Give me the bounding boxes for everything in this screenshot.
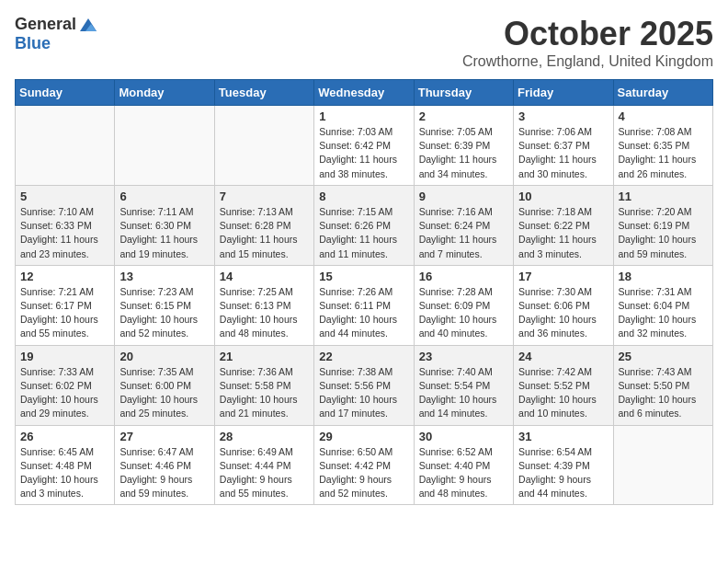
day-number: 7: [220, 190, 309, 203]
day-info: Sunrise: 7:33 AM Sunset: 6:02 PM Dayligh…: [20, 365, 109, 421]
day-number: 16: [419, 270, 508, 283]
calendar-cell: 16Sunrise: 7:28 AM Sunset: 6:09 PM Dayli…: [414, 265, 513, 345]
calendar-cell: 13Sunrise: 7:23 AM Sunset: 6:15 PM Dayli…: [115, 265, 214, 345]
day-info: Sunrise: 7:11 AM Sunset: 6:30 PM Dayligh…: [119, 205, 209, 261]
calendar-cell: 15Sunrise: 7:26 AM Sunset: 6:11 PM Dayli…: [314, 265, 414, 345]
calendar-cell: 7Sunrise: 7:13 AM Sunset: 6:28 PM Daylig…: [214, 185, 313, 265]
calendar-cell: 21Sunrise: 7:36 AM Sunset: 5:58 PM Dayli…: [214, 345, 313, 425]
calendar-week-row: 5Sunrise: 7:10 AM Sunset: 6:33 PM Daylig…: [16, 185, 713, 265]
logo-icon: [78, 15, 98, 35]
weekday-header-friday: Friday: [514, 80, 613, 106]
day-number: 14: [220, 270, 309, 283]
calendar-week-row: 1Sunrise: 7:03 AM Sunset: 6:42 PM Daylig…: [16, 106, 713, 186]
day-info: Sunrise: 7:15 AM Sunset: 6:26 PM Dayligh…: [319, 205, 408, 261]
day-info: Sunrise: 7:28 AM Sunset: 6:09 PM Dayligh…: [419, 285, 508, 341]
title-month: October 2025: [462, 15, 713, 53]
day-info: Sunrise: 7:36 AM Sunset: 5:58 PM Dayligh…: [220, 365, 309, 421]
day-number: 17: [518, 270, 608, 283]
day-info: Sunrise: 6:52 AM Sunset: 4:40 PM Dayligh…: [419, 445, 508, 501]
day-info: Sunrise: 7:31 AM Sunset: 6:04 PM Dayligh…: [619, 285, 708, 341]
day-info: Sunrise: 7:18 AM Sunset: 6:22 PM Dayligh…: [518, 205, 608, 261]
title-block: October 2025 Crowthorne, England, United…: [462, 15, 713, 70]
calendar-table: SundayMondayTuesdayWednesdayThursdayFrid…: [15, 79, 713, 505]
day-info: Sunrise: 7:43 AM Sunset: 5:50 PM Dayligh…: [619, 365, 708, 421]
calendar-cell: 20Sunrise: 7:35 AM Sunset: 6:00 PM Dayli…: [115, 345, 214, 425]
day-info: Sunrise: 7:42 AM Sunset: 5:52 PM Dayligh…: [518, 365, 608, 421]
logo: General Blue: [15, 15, 98, 53]
calendar-cell: 12Sunrise: 7:21 AM Sunset: 6:17 PM Dayli…: [16, 265, 115, 345]
weekday-header-wednesday: Wednesday: [314, 80, 414, 106]
page-header: General Blue October 2025 Crowthorne, En…: [15, 15, 713, 70]
day-info: Sunrise: 7:13 AM Sunset: 6:28 PM Dayligh…: [220, 205, 309, 261]
calendar-cell: 29Sunrise: 6:50 AM Sunset: 4:42 PM Dayli…: [314, 425, 414, 505]
calendar-cell: 11Sunrise: 7:20 AM Sunset: 6:19 PM Dayli…: [613, 185, 712, 265]
day-info: Sunrise: 7:10 AM Sunset: 6:33 PM Dayligh…: [20, 205, 109, 261]
day-number: 3: [518, 109, 608, 123]
day-info: Sunrise: 7:40 AM Sunset: 5:54 PM Dayligh…: [419, 365, 508, 421]
weekday-header-sunday: Sunday: [16, 80, 115, 106]
calendar-cell: 10Sunrise: 7:18 AM Sunset: 6:22 PM Dayli…: [514, 185, 613, 265]
title-location: Crowthorne, England, United Kingdom: [462, 53, 713, 70]
calendar-cell: 17Sunrise: 7:30 AM Sunset: 6:06 PM Dayli…: [514, 265, 613, 345]
day-info: Sunrise: 7:20 AM Sunset: 6:19 PM Dayligh…: [619, 205, 708, 261]
weekday-header-thursday: Thursday: [414, 80, 513, 106]
day-info: Sunrise: 7:21 AM Sunset: 6:17 PM Dayligh…: [20, 285, 109, 341]
calendar-cell: 14Sunrise: 7:25 AM Sunset: 6:13 PM Dayli…: [214, 265, 313, 345]
day-number: 29: [319, 430, 408, 443]
day-info: Sunrise: 6:50 AM Sunset: 4:42 PM Dayligh…: [319, 445, 408, 501]
calendar-cell: 25Sunrise: 7:43 AM Sunset: 5:50 PM Dayli…: [613, 345, 712, 425]
day-number: 1: [319, 109, 408, 123]
day-number: 19: [20, 350, 109, 363]
day-number: 25: [619, 350, 708, 363]
logo-general: General: [15, 16, 76, 34]
day-info: Sunrise: 6:49 AM Sunset: 4:44 PM Dayligh…: [220, 445, 309, 501]
calendar-week-row: 12Sunrise: 7:21 AM Sunset: 6:17 PM Dayli…: [16, 265, 713, 345]
weekday-header-tuesday: Tuesday: [214, 80, 313, 106]
day-info: Sunrise: 6:45 AM Sunset: 4:48 PM Dayligh…: [20, 445, 109, 501]
day-number: 31: [518, 430, 608, 443]
calendar-cell: 24Sunrise: 7:42 AM Sunset: 5:52 PM Dayli…: [514, 345, 613, 425]
day-info: Sunrise: 7:38 AM Sunset: 5:56 PM Dayligh…: [319, 365, 408, 421]
calendar-cell: 28Sunrise: 6:49 AM Sunset: 4:44 PM Dayli…: [214, 425, 313, 505]
calendar-cell: 27Sunrise: 6:47 AM Sunset: 4:46 PM Dayli…: [115, 425, 214, 505]
calendar-cell: 9Sunrise: 7:16 AM Sunset: 6:24 PM Daylig…: [414, 185, 513, 265]
day-number: 26: [20, 430, 109, 443]
day-number: 11: [619, 190, 708, 203]
day-number: 20: [119, 350, 209, 363]
day-number: 22: [319, 350, 408, 363]
calendar-cell: 19Sunrise: 7:33 AM Sunset: 6:02 PM Dayli…: [16, 345, 115, 425]
day-number: 8: [319, 190, 408, 203]
day-number: 10: [518, 190, 608, 203]
day-info: Sunrise: 7:26 AM Sunset: 6:11 PM Dayligh…: [319, 285, 408, 341]
day-number: 23: [419, 350, 508, 363]
day-number: 21: [220, 350, 309, 363]
day-number: 9: [419, 190, 508, 203]
day-info: Sunrise: 7:35 AM Sunset: 6:00 PM Dayligh…: [119, 365, 209, 421]
weekday-header-row: SundayMondayTuesdayWednesdayThursdayFrid…: [16, 80, 713, 106]
day-info: Sunrise: 7:16 AM Sunset: 6:24 PM Dayligh…: [419, 205, 508, 261]
day-number: 15: [319, 270, 408, 283]
calendar-cell: 31Sunrise: 6:54 AM Sunset: 4:39 PM Dayli…: [514, 425, 613, 505]
calendar-cell: 1Sunrise: 7:03 AM Sunset: 6:42 PM Daylig…: [314, 106, 414, 186]
calendar-cell: 30Sunrise: 6:52 AM Sunset: 4:40 PM Dayli…: [414, 425, 513, 505]
calendar-cell: [16, 106, 115, 186]
calendar-cell: 26Sunrise: 6:45 AM Sunset: 4:48 PM Dayli…: [16, 425, 115, 505]
day-number: 28: [220, 430, 309, 443]
weekday-header-saturday: Saturday: [613, 80, 712, 106]
calendar-cell: 23Sunrise: 7:40 AM Sunset: 5:54 PM Dayli…: [414, 345, 513, 425]
calendar-cell: [115, 106, 214, 186]
day-info: Sunrise: 7:06 AM Sunset: 6:37 PM Dayligh…: [518, 125, 608, 181]
day-info: Sunrise: 7:08 AM Sunset: 6:35 PM Dayligh…: [619, 125, 708, 181]
calendar-week-row: 19Sunrise: 7:33 AM Sunset: 6:02 PM Dayli…: [16, 345, 713, 425]
day-number: 30: [419, 430, 508, 443]
calendar-cell: 5Sunrise: 7:10 AM Sunset: 6:33 PM Daylig…: [16, 185, 115, 265]
calendar-cell: 22Sunrise: 7:38 AM Sunset: 5:56 PM Dayli…: [314, 345, 414, 425]
day-number: 18: [619, 270, 708, 283]
day-number: 24: [518, 350, 608, 363]
calendar-week-row: 26Sunrise: 6:45 AM Sunset: 4:48 PM Dayli…: [16, 425, 713, 505]
calendar-cell: 6Sunrise: 7:11 AM Sunset: 6:30 PM Daylig…: [115, 185, 214, 265]
calendar-cell: 8Sunrise: 7:15 AM Sunset: 6:26 PM Daylig…: [314, 185, 414, 265]
day-info: Sunrise: 7:03 AM Sunset: 6:42 PM Dayligh…: [319, 125, 408, 181]
day-info: Sunrise: 6:54 AM Sunset: 4:39 PM Dayligh…: [518, 445, 608, 501]
calendar-cell: 2Sunrise: 7:05 AM Sunset: 6:39 PM Daylig…: [414, 106, 513, 186]
